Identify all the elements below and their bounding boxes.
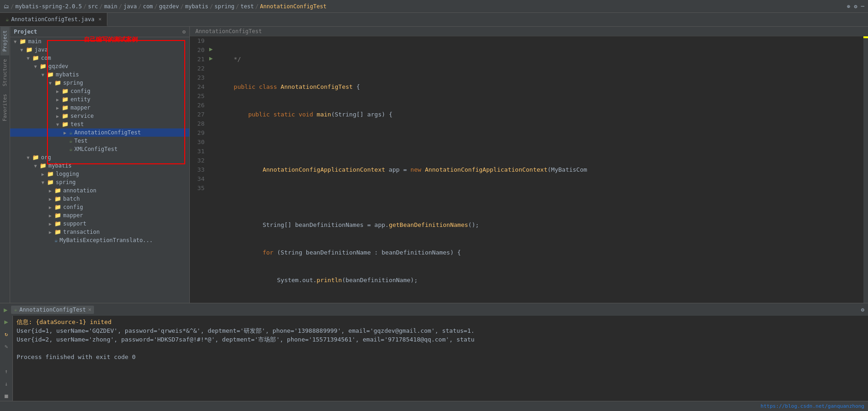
run-tab-close[interactable]: ✕ (88, 307, 92, 313)
tree-label-batch: batch (63, 196, 80, 202)
java-test-icon-act: ☕ (69, 129, 72, 136)
folder-icon-java: 📁 (26, 46, 33, 53)
tree-label-mybatis: mybatis (56, 71, 79, 78)
tree-item-mybatis2[interactable]: ▼ 📁 mybatis (10, 162, 189, 170)
sidebar-settings-icon[interactable]: ⚙ (182, 29, 186, 35)
settings-icon[interactable]: ⚙ (854, 3, 857, 10)
tree-item-mapper[interactable]: ▶ 📁 mapper (10, 104, 189, 112)
run-arrow-20[interactable]: ▶ (208, 46, 216, 55)
breadcrumb-src[interactable]: src (88, 3, 98, 10)
console-info-text: 信息: {dataSource-1} inited (17, 318, 111, 325)
expand-arrow-gqzdev: ▼ (34, 64, 40, 69)
expand-arrow-mybatis2: ▼ (34, 163, 40, 168)
java-test-icon-test: ☕ (69, 138, 72, 144)
console-edit-icon[interactable]: ✎ (5, 342, 8, 351)
tree-item-com[interactable]: ▼ 📁 com (10, 54, 189, 62)
breadcrumb-com[interactable]: com (143, 3, 153, 10)
breadcrumb-file[interactable]: AnnotationConfigTest (260, 3, 327, 10)
vtab-structure[interactable]: Structure (0, 55, 9, 90)
code-text[interactable]: */ public class AnnotationConfigTest { p… (216, 36, 863, 303)
console-stop-icon[interactable]: ⏹ (4, 392, 9, 401)
expand-arrow-mapper2: ▶ (49, 213, 54, 218)
console-area: ▶ ↻ ✎ ↑ ↓ ⏹ 信息: {dataSource-1} inited Us… (0, 316, 868, 401)
tab-java-icon: ☕ (6, 16, 9, 23)
minimize-icon[interactable]: ─ (861, 3, 864, 10)
tree-item-service[interactable]: ▶ 📁 service (10, 112, 189, 120)
tree-item-xml-config-test[interactable]: ☕ XMLConfigTest (10, 145, 189, 153)
breadcrumb-test[interactable]: test (240, 3, 254, 10)
console-run-icon[interactable]: ▶ (4, 318, 8, 326)
tab-annotation-config-test[interactable]: ☕ AnnotationConfigTest.java ✕ (0, 13, 107, 26)
tree-item-mybatis[interactable]: ▼ 📁 mybatis (10, 70, 189, 79)
tree-item-mybatis-exception[interactable]: ☕ MyBatisExceptionTranslato... (10, 236, 189, 244)
expand-arrow-mybatis: ▼ (41, 72, 47, 77)
code-line-22 (219, 138, 860, 147)
tree-label-gqzdev: gqzdev (48, 63, 68, 69)
console-line-3: User{id=2, userName='zhong', password='H… (17, 335, 864, 344)
tab-close-button[interactable]: ✕ (99, 16, 102, 22)
console-sidebar: ▶ ↻ ✎ ↑ ↓ ⏹ (0, 316, 13, 401)
vertical-tabs: Project Structure Favorites (0, 27, 10, 303)
folder-icon-support: 📁 (54, 220, 61, 227)
tree-label-logging: logging (56, 171, 79, 177)
code-editor[interactable]: AnnotationConfigTest 19 20 21 22 23 24 2… (190, 27, 868, 303)
run-tab[interactable]: ☕ AnnotationConfigTest ✕ (11, 306, 94, 314)
tree-item-annotation[interactable]: ▶ 📁 annotation (10, 186, 189, 195)
tree-label-mapper: mapper (70, 104, 90, 111)
breadcrumb: 🗂 / mybatis-spring-2.0.5 / src / main / … (4, 3, 327, 10)
tree-item-spring[interactable]: ▼ 📁 spring (10, 79, 189, 87)
run-gear-icon[interactable]: ⚙ (861, 307, 864, 313)
add-icon[interactable]: ⊕ (847, 3, 850, 10)
vtab-favorites[interactable]: Favorites (0, 90, 9, 125)
tree-item-java[interactable]: ▼ 📁 java (10, 46, 189, 54)
tree-item-main[interactable]: ▼ 📁 main (10, 37, 189, 46)
tree-item-spring2[interactable]: ▼ 📁 spring (10, 178, 189, 186)
tree-label-annotation-config-test: AnnotationConfigTest (74, 129, 141, 136)
tree-label-test: test (70, 121, 84, 127)
scrollbar-thumb (863, 36, 868, 38)
expand-arrow-main: ▼ (14, 39, 19, 44)
run-arrow-21[interactable]: ▶ (208, 55, 216, 64)
tree-item-test[interactable]: ▼ 📁 test (10, 120, 189, 128)
tree-item-config[interactable]: ▶ 📁 config (10, 87, 189, 95)
tree-item-mapper2[interactable]: ▶ 📁 mapper (10, 211, 189, 220)
breadcrumb-mybatis[interactable]: mybatis (185, 3, 209, 10)
console-up-icon[interactable]: ↑ (5, 367, 8, 376)
sidebar-toolbar: ⚙ (182, 29, 186, 35)
tree-item-support[interactable]: ▶ 📁 support (10, 220, 189, 228)
expand-arrow-mapper: ▶ (56, 105, 62, 110)
folder-icon-mybatis: 📁 (47, 71, 54, 78)
breadcrumb-root[interactable]: mybatis-spring-2.0.5 (15, 3, 82, 10)
console-content[interactable]: 信息: {dataSource-1} inited User{id=1, use… (13, 316, 868, 401)
breadcrumb-java[interactable]: java (123, 3, 137, 10)
tree-item-transaction[interactable]: ▶ 📁 transaction (10, 228, 189, 236)
vtab-project[interactable]: Project (0, 27, 9, 55)
tree-item-batch[interactable]: ▶ 📁 batch (10, 195, 189, 203)
breadcrumb-project[interactable]: 🗂 (4, 3, 9, 10)
tree-label-test-file: Test (74, 138, 88, 144)
tree-item-test-file[interactable]: ☕ Test (10, 137, 189, 145)
tree-item-entity[interactable]: ▶ 📁 entity (10, 95, 189, 104)
run-icon[interactable]: ▶ (4, 306, 7, 313)
folder-icon-org: 📁 (32, 154, 39, 161)
code-line-26: for (String beanDefinitionName : beanDef… (219, 248, 860, 257)
sidebar-header: Project ⚙ (10, 27, 189, 37)
tree-item-config2[interactable]: ▶ 📁 config (10, 203, 189, 211)
breadcrumb-main[interactable]: main (104, 3, 117, 10)
console-down-icon[interactable]: ↓ (5, 380, 8, 388)
tree-item-gqzdev[interactable]: ▼ 📁 gqzdev (10, 62, 189, 70)
tree-item-org[interactable]: ▼ 📁 org (10, 153, 189, 162)
tree-item-annotation-config-test[interactable]: ▶ ☕ AnnotationConfigTest (10, 128, 189, 137)
tree-label-exception: MyBatisExceptionTranslato... (59, 237, 152, 243)
folder-icon-mybatis2: 📁 (40, 162, 47, 169)
code-line-25: String[] beanDefinitionNames = app.getBe… (219, 220, 860, 230)
breadcrumb-gqzdev[interactable]: gqzdev (159, 3, 179, 10)
right-scrollbar[interactable] (863, 36, 868, 303)
console-reload-icon[interactable]: ↻ (5, 330, 8, 339)
status-link[interactable]: https://blog.csdn.net/ganquanzhong (761, 403, 864, 409)
tree-label-java: java (35, 46, 48, 53)
tree-label-main: main (28, 38, 41, 45)
tree-item-logging[interactable]: ▶ 📁 logging (10, 170, 189, 178)
breadcrumb-spring[interactable]: spring (215, 3, 235, 10)
tree-label-mapper2: mapper (63, 212, 83, 219)
